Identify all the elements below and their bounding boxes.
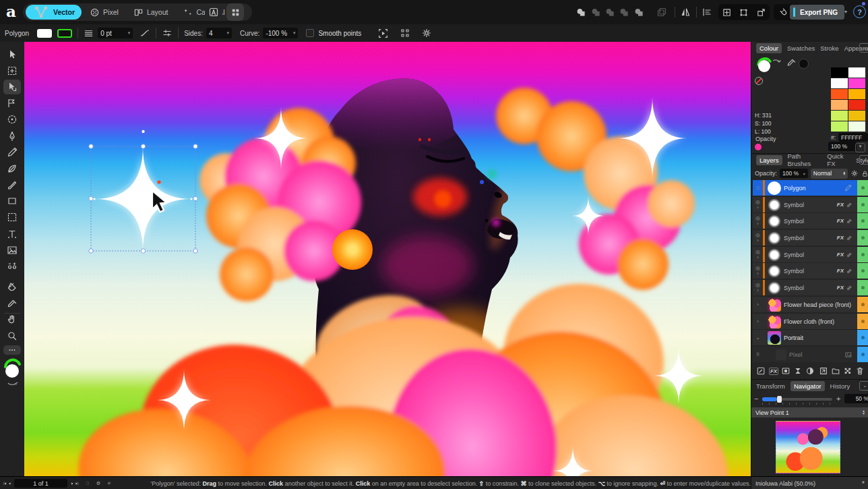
swatch[interactable] <box>831 89 848 99</box>
no-colour-icon[interactable] <box>755 77 763 85</box>
swatch[interactable] <box>831 111 848 121</box>
boolean-subtract-button[interactable] <box>589 5 602 19</box>
text-tool[interactable] <box>3 227 21 241</box>
layer-expand-chevron-icon[interactable]: ◎› <box>753 266 763 277</box>
properties-sliders-icon[interactable] <box>162 28 173 38</box>
fill-stroke-indicator[interactable] <box>754 55 785 76</box>
layer-expand-chevron-icon[interactable]: ◎› <box>753 216 763 227</box>
boolean-divide-button[interactable] <box>632 5 646 19</box>
previous-page-icon[interactable] <box>7 479 12 488</box>
sides-field[interactable]: 4▾ <box>206 28 232 38</box>
node-marker[interactable] <box>480 180 484 184</box>
zoom-in-button[interactable]: + <box>836 395 840 403</box>
curve-field[interactable]: -100 %▾ <box>263 28 298 38</box>
swatch[interactable] <box>848 111 865 121</box>
adjustment-layer-button[interactable] <box>793 366 804 377</box>
boolean-add-button[interactable] <box>574 5 588 19</box>
tab-transform[interactable]: Transform <box>756 382 785 390</box>
page-indicator[interactable]: 1 of 1 <box>14 479 67 488</box>
layer-expand-chevron-icon[interactable]: ◎› <box>753 233 763 243</box>
panel-collapse-chevron-icon[interactable]: ⌄ <box>859 381 868 391</box>
alignment-button[interactable] <box>700 5 714 19</box>
stroke-width-field[interactable]: 0 pt▾ <box>98 28 133 38</box>
secondary-colour-well[interactable] <box>799 59 809 69</box>
swatch[interactable] <box>848 67 865 78</box>
export-png-button[interactable]: Export PNG <box>790 5 844 20</box>
swatch[interactable] <box>848 121 865 132</box>
layer-expand-chevron-icon[interactable]: › <box>753 302 763 308</box>
tab-layers[interactable]: Layers <box>756 155 782 165</box>
studio-presets-button[interactable] <box>226 3 244 21</box>
layers-opacity-field[interactable]: 100 %▾ <box>780 169 808 178</box>
live-filter-button[interactable] <box>805 366 816 377</box>
curve-node-marker[interactable] <box>157 180 160 183</box>
swatch[interactable] <box>848 89 865 99</box>
edit-all-layers-button[interactable] <box>755 366 766 377</box>
layer-expand-chevron-icon[interactable]: ◎› <box>753 200 763 210</box>
smooth-points-checkbox[interactable] <box>306 29 314 37</box>
layer-row-symbol[interactable]: ◎› Symbol FX <box>753 263 868 279</box>
link-icon[interactable] <box>846 252 852 258</box>
stroke-weight-icon[interactable] <box>84 28 94 38</box>
hex-field[interactable]: FFFFFF <box>838 133 868 142</box>
boolean-xor-button[interactable] <box>617 5 631 19</box>
boolean-intersect-button[interactable] <box>603 5 617 19</box>
layer-visibility-toggle[interactable] <box>857 230 868 246</box>
opacity-value-field[interactable]: 100 % <box>828 142 857 151</box>
flip-horizontal-button[interactable] <box>679 5 692 19</box>
layer-row-symbol[interactable]: ◎› Symbol FX <box>753 213 868 229</box>
duplicate-doc-icon[interactable] <box>96 479 100 488</box>
layer-row-flower-head[interactable]: › Flower head piece (front) <box>753 297 868 312</box>
transform-scale-icon[interactable] <box>756 7 766 18</box>
swatch[interactable] <box>831 121 848 132</box>
tab-canva-ai[interactable]: Canva AI <box>176 5 232 20</box>
view-point-select[interactable]: View Point 1 ▴▾ <box>751 407 868 418</box>
tab-quick-fx[interactable]: Quick FX <box>827 152 850 167</box>
settings-gear-icon[interactable] <box>421 28 432 38</box>
page-doc-icon[interactable] <box>86 479 90 488</box>
image-frame-tool[interactable] <box>3 243 21 258</box>
layer-expand-chevron-icon[interactable]: ◎› <box>753 250 763 260</box>
tab-colour[interactable]: Colour <box>756 43 782 53</box>
layer-edit-badge-icon[interactable]: ⁝⁝ <box>753 185 763 191</box>
layer-visibility-toggle[interactable] <box>857 330 868 345</box>
swatch[interactable] <box>831 67 848 78</box>
layer-expand-chevron-icon[interactable]: ◎› <box>753 283 763 293</box>
layer-lock-icon[interactable] <box>861 169 868 178</box>
move-inside-button[interactable] <box>817 366 829 377</box>
swap-colours-icon[interactable] <box>773 60 780 62</box>
zoom-value-field[interactable]: 50 % <box>844 394 868 403</box>
layer-visibility-toggle[interactable] <box>857 263 868 279</box>
selection-brush-tool[interactable] <box>3 112 21 127</box>
canvas[interactable] <box>24 42 751 476</box>
layer-visibility-toggle[interactable] <box>857 213 868 229</box>
node-marker[interactable] <box>428 138 431 141</box>
node-edit-tool[interactable] <box>3 259 21 274</box>
link-icon[interactable] <box>846 285 852 291</box>
layer-row-portrait[interactable]: ⌄ Portrait <box>753 330 868 345</box>
tab-stroke[interactable]: Stroke <box>820 45 838 52</box>
fx-icon[interactable]: FX <box>837 268 844 274</box>
fx-icon[interactable]: FX <box>837 285 844 291</box>
list-view-icon[interactable] <box>107 479 111 488</box>
layer-collapse-chevron-icon[interactable]: ⌄ <box>753 335 763 341</box>
transform-move-icon[interactable] <box>722 7 732 18</box>
delete-layer-button[interactable] <box>854 366 865 377</box>
tab-pixel[interactable]: Pixel <box>83 5 125 20</box>
export-options-chevron-icon[interactable]: ▾ <box>844 9 847 15</box>
mask-layer-button[interactable] <box>780 366 792 377</box>
swatch[interactable] <box>848 78 865 88</box>
layer-visibility-toggle[interactable] <box>857 180 868 196</box>
link-icon[interactable] <box>846 218 852 225</box>
duplicate-button[interactable] <box>655 5 669 19</box>
layer-visibility-toggle[interactable] <box>857 280 868 295</box>
swatch[interactable] <box>848 100 865 110</box>
pan-tool[interactable] <box>3 312 21 326</box>
fx-icon[interactable]: FX <box>837 235 844 241</box>
contour-tool[interactable] <box>3 96 21 111</box>
tab-path-brushes[interactable]: Path Brushes <box>788 152 822 167</box>
layer-row-symbol[interactable]: ◎› Symbol FX <box>753 197 868 212</box>
tab-history[interactable]: History <box>830 382 850 390</box>
swatch[interactable] <box>831 100 848 110</box>
paint-brush-tool[interactable] <box>3 177 21 192</box>
